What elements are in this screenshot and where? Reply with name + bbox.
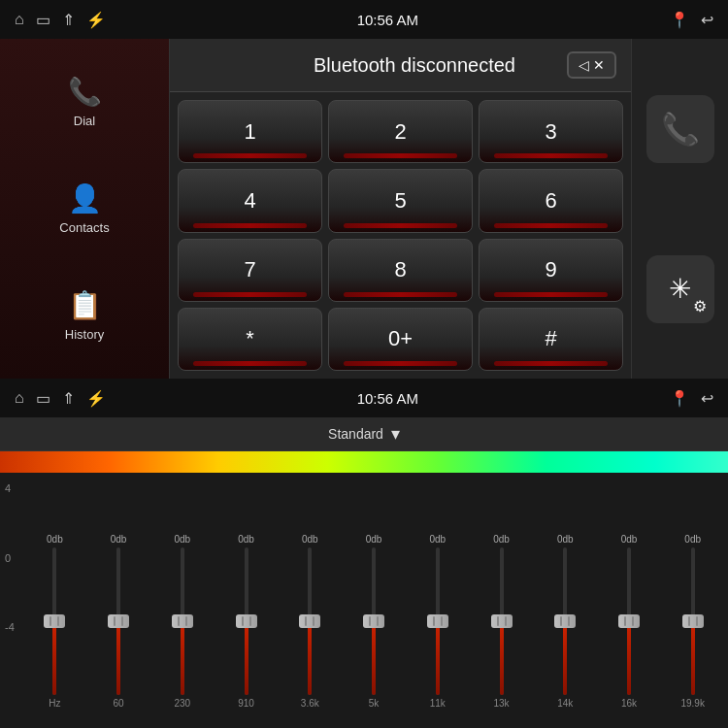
eq-5k-freq: 5k — [369, 698, 380, 709]
eq-hz-fill — [52, 621, 56, 695]
home2-icon[interactable]: ⌂ — [15, 389, 24, 407]
history-icon: 📋 — [68, 289, 102, 321]
equalizer-section: Standard ▾ 4 0 -4 0db Hz — [0, 417, 728, 728]
close-bluetooth-button[interactable]: ◁ ✕ — [567, 51, 616, 79]
dial-key-2[interactable]: 2 — [328, 100, 473, 163]
dial-phone-icon: 📞 — [68, 76, 102, 108]
eq-3k6-freq: 3.6k — [301, 698, 319, 709]
sidebar-item-dial[interactable]: 📞 Dial — [9, 66, 161, 138]
eq-16k-thumb[interactable] — [618, 614, 640, 628]
screen2-icon[interactable]: ▭ — [36, 389, 50, 408]
eq-13k-track[interactable] — [500, 547, 504, 695]
eq-band-11k: 0db 11k — [407, 534, 468, 709]
gear-icon: ⚙ — [693, 297, 707, 315]
eq-11k-thumb[interactable] — [427, 614, 448, 628]
phone-panel: 📞 Dial 👤 Contacts 📋 History Bluetooth di… — [0, 39, 728, 379]
eq-11k-freq: 11k — [430, 698, 446, 709]
eq-60-track[interactable] — [116, 547, 120, 695]
status-time: 10:56 AM — [357, 12, 418, 28]
eq-hz-freq: Hz — [49, 698, 60, 709]
eq-label-0db: 0 — [5, 552, 24, 564]
spectrum-bar — [0, 451, 728, 473]
eq-14k-fill — [563, 621, 567, 695]
dial-key-0[interactable]: 0+ — [328, 308, 473, 371]
eq-5k-track[interactable] — [372, 547, 376, 695]
eq-hz-thumb[interactable] — [44, 614, 65, 628]
eq-230-thumb[interactable] — [172, 614, 193, 628]
dial-key-8[interactable]: 8 — [328, 239, 473, 302]
eq-3k6-track[interactable] — [308, 547, 312, 695]
eq-910-track[interactable] — [245, 547, 248, 695]
preset-chevron-icon[interactable]: ▾ — [391, 423, 400, 445]
eq-3k6-thumb[interactable] — [299, 614, 320, 628]
eq-230-freq: 230 — [174, 698, 190, 709]
eq-910-db: 0db — [238, 534, 254, 545]
eq-199k-track[interactable] — [691, 547, 695, 695]
eq-hz-db: 0db — [47, 534, 63, 545]
bluetooth-settings-button[interactable]: ✳ ⚙ — [646, 255, 714, 323]
eq-14k-freq: 14k — [557, 698, 573, 709]
eq-hz-track[interactable] — [52, 547, 56, 695]
call-button[interactable]: 📞 — [646, 95, 714, 163]
sidebar-item-history[interactable]: 📋 History — [9, 280, 161, 351]
location-icon[interactable]: 📍 — [670, 11, 689, 29]
eq-60-fill — [116, 621, 120, 695]
eq-16k-db: 0db — [621, 534, 638, 545]
bluetooth-icon: ✳ — [669, 273, 691, 305]
dial-key-hash[interactable]: # — [479, 308, 623, 371]
dial-key-7[interactable]: 7 — [178, 239, 322, 302]
eq-band-910: 0db 910 — [215, 534, 277, 709]
back2-icon[interactable]: ↩ — [701, 389, 713, 408]
eq-14k-track[interactable] — [563, 547, 567, 695]
eq-60-db: 0db — [111, 534, 127, 545]
dial-key-star[interactable]: * — [178, 308, 322, 371]
arrows-icon[interactable]: ⇑ — [62, 11, 75, 29]
eq-band-5k: 0db 5k — [344, 534, 405, 709]
eq-199k-db: 0db — [684, 534, 701, 545]
eq-230-fill — [181, 621, 184, 695]
bluetooth-status-title: Bluetooth disconnected — [262, 54, 567, 77]
close-x-label: ✕ — [593, 57, 605, 73]
eq-910-fill — [245, 621, 248, 695]
right-controls: 📞 ✳ ⚙ — [631, 39, 728, 379]
eq-band-3k6: 0db 3.6k — [280, 534, 341, 709]
preset-bar: Standard ▾ — [0, 417, 728, 451]
eq-13k-thumb[interactable] — [491, 614, 513, 628]
eq-13k-fill — [500, 621, 504, 695]
eq-60-thumb[interactable] — [108, 614, 129, 628]
dial-key-5[interactable]: 5 — [328, 169, 473, 232]
dial-key-9[interactable]: 9 — [479, 239, 623, 302]
eq-230-track[interactable] — [181, 547, 184, 695]
eq-3k6-fill — [308, 621, 312, 695]
eq-band-13k: 0db 13k — [471, 534, 532, 709]
dial-key-6[interactable]: 6 — [479, 169, 623, 232]
home-icon[interactable]: ⌂ — [15, 11, 24, 28]
dial-key-1[interactable]: 1 — [178, 100, 322, 163]
eq-60-freq: 60 — [114, 698, 124, 709]
usb2-icon: ⚡ — [86, 389, 106, 408]
eq-label-4db: 4 — [5, 482, 24, 494]
arrows2-icon[interactable]: ⇑ — [62, 389, 75, 408]
eq-5k-thumb[interactable] — [363, 614, 384, 628]
dial-key-4[interactable]: 4 — [178, 169, 322, 232]
eq-199k-thumb[interactable] — [682, 614, 704, 628]
eq-16k-track[interactable] — [627, 547, 631, 695]
eq-910-thumb[interactable] — [236, 614, 257, 628]
eq-band-199k: 0db 19.9k — [662, 534, 723, 709]
sidebar-item-contacts[interactable]: 👤 Contacts — [9, 173, 161, 245]
eq-band-hz: 0db Hz — [24, 534, 85, 709]
eq-11k-track[interactable] — [436, 547, 440, 695]
eq-band-60: 0db 60 — [88, 534, 149, 709]
location2-icon[interactable]: 📍 — [670, 389, 689, 408]
screen-icon[interactable]: ▭ — [36, 11, 50, 29]
dial-key-3[interactable]: 3 — [479, 100, 623, 163]
back-icon[interactable]: ↩ — [701, 11, 713, 29]
status2-icons-left: ⌂ ▭ ⇑ ⚡ — [15, 389, 106, 408]
eq-910-freq: 910 — [238, 698, 254, 709]
contacts-person-icon: 👤 — [68, 182, 102, 215]
eq-13k-freq: 13k — [493, 698, 509, 709]
eq-band-14k: 0db 14k — [535, 534, 596, 709]
eq-14k-thumb[interactable] — [554, 614, 576, 628]
status2-time: 10:56 AM — [357, 390, 418, 407]
eq-sliders-row: 0db Hz 0db 60 0db — [24, 478, 723, 728]
